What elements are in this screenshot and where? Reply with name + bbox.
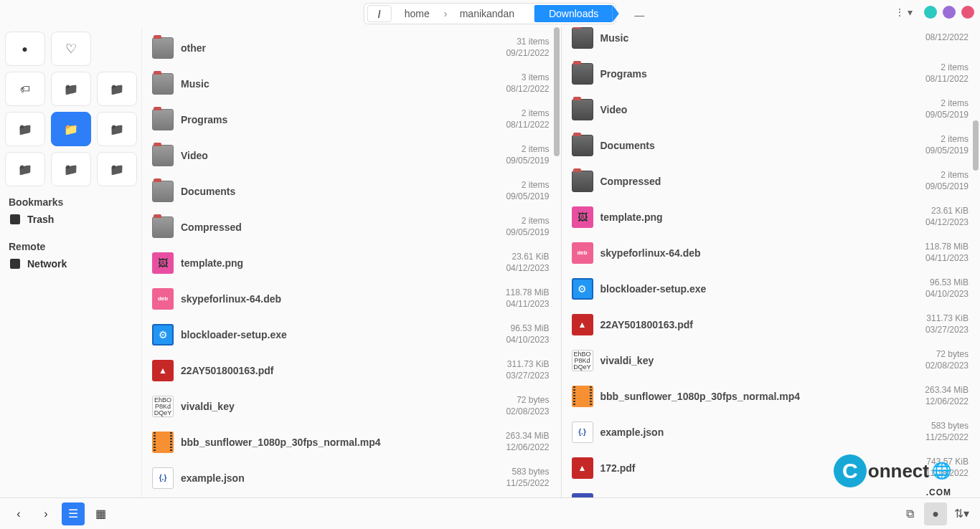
file-row[interactable]: 743.57 KiB: [142, 496, 561, 497]
file-row[interactable]: Video2 items09/05/2019: [562, 92, 981, 128]
place-desktop[interactable]: [97, 72, 137, 106]
place-favorite[interactable]: [51, 32, 91, 66]
file-row[interactable]: example.json583 bytes11/25/2022: [142, 460, 561, 496]
bookmarks-heading: Bookmarks: [6, 196, 136, 208]
sidebar-item-network[interactable]: Network: [6, 252, 136, 275]
terminal-button[interactable]: ●: [924, 502, 947, 525]
place-home[interactable]: [51, 72, 91, 106]
scrollbar-left[interactable]: [552, 27, 561, 497]
place-other[interactable]: [97, 152, 137, 186]
hamburger-menu[interactable]: ⋮ ▾: [895, 6, 913, 18]
file-name: bbb_sunflower_1080p_30fps_normal.mp4: [181, 437, 506, 448]
file-row[interactable]: Video2 items09/05/2019: [142, 138, 561, 173]
sort-button[interactable]: ⇅▾: [950, 502, 973, 525]
file-row[interactable]: template.png23.61 KiB04/12/2023: [562, 199, 981, 235]
json-icon: [572, 421, 593, 443]
file-name: template.png: [600, 211, 925, 223]
file-meta: 72 bytes02/08/2023: [925, 349, 969, 371]
breadcrumb: / home › manikandan › Downloads —: [364, 3, 616, 24]
file-meta: 3 items08/12/2022: [506, 72, 549, 95]
file-row[interactable]: Music08/12/2022: [562, 27, 981, 56]
file-meta: 118.78 MiB04/11/2023: [506, 287, 550, 310]
file-row[interactable]: 22AY501800163.pdf311.73 KiB03/27/2023: [142, 353, 561, 389]
place-downloads[interactable]: [51, 112, 91, 146]
view-grid-button[interactable]: ▦: [89, 502, 112, 525]
file-name: skypeforlinux-64.deb: [181, 293, 506, 305]
video-icon: [152, 432, 174, 453]
video-icon: [572, 386, 593, 407]
scrollbar-right[interactable]: [971, 27, 980, 497]
window-minimize-button[interactable]: [924, 6, 937, 19]
place-pictures[interactable]: [5, 152, 45, 186]
tab-minimize-icon[interactable]: —: [634, 9, 644, 21]
remote-heading: Remote: [6, 241, 136, 252]
file-row[interactable]: blockloader-setup.exe96.53 MiB04/10/2023: [142, 317, 561, 353]
window-controls: ⋮ ▾: [895, 6, 974, 19]
place-music[interactable]: [97, 112, 137, 146]
file-row[interactable]: bbb_sunflower_1080p_30fps_normal.mp4263.…: [562, 378, 981, 414]
nav-forward-button[interactable]: ›: [34, 502, 57, 525]
sidebar-item-trash[interactable]: Trash: [6, 208, 136, 231]
file-row[interactable]: Documents2 items09/05/2019: [142, 173, 561, 209]
place-tags[interactable]: [5, 72, 45, 106]
file-row[interactable]: blockloader-setup.exe96.53 MiB04/10/2023: [562, 271, 981, 307]
file-row[interactable]: bbb_sunflower_1080p_30fps_normal.mp4263.…: [142, 424, 561, 460]
file-meta: 23.61 KiB04/12/2023: [506, 252, 549, 274]
file-name: bbb_sunflower_1080p_30fps_normal.mp4: [600, 391, 925, 402]
main-layout: Bookmarks Trash Remote Network other31 i…: [0, 27, 980, 497]
file-row[interactable]: other31 items09/21/2022: [142, 30, 561, 66]
folderd-icon: [572, 135, 593, 156]
file-row[interactable]: Programs2 items08/11/2022: [562, 56, 981, 92]
file-meta: 263.34 MiB12/06/2022: [506, 431, 550, 453]
view-list-button[interactable]: ☰: [62, 502, 85, 525]
file-meta: 31 items09/21/2022: [506, 37, 549, 59]
file-row[interactable]: EhBO P8Kd DQeYvivaldi_key72 bytes02/08/2…: [142, 389, 561, 424]
file-row[interactable]: EhBO P8Kd DQeYvivaldi_key72 bytes02/08/2…: [562, 343, 981, 378]
file-name: Programs: [181, 114, 506, 125]
folder-icon: [152, 216, 174, 238]
file-row[interactable]: template.png23.61 KiB04/12/2023: [142, 245, 561, 281]
file-meta: 72 bytes02/08/2023: [506, 395, 549, 417]
file-row[interactable]: Programs2 items08/11/2022: [142, 102, 561, 138]
window-close-button[interactable]: [961, 6, 974, 19]
file-name: skypeforlinux-64.deb: [600, 247, 925, 259]
file-name: Programs: [600, 68, 925, 80]
nav-back-button[interactable]: ‹: [7, 502, 30, 525]
places-grid: [6, 32, 136, 186]
crumb-home[interactable]: home: [395, 5, 440, 22]
file-row[interactable]: Compressed2 items09/05/2019: [562, 163, 981, 199]
place-recent[interactable]: [5, 32, 45, 66]
file-row[interactable]: 22AY501800163.pdf311.73 KiB03/27/2023: [562, 307, 981, 343]
place-videos[interactable]: [51, 152, 91, 186]
file-meta: 2 items09/05/2019: [925, 98, 969, 120]
file-name: example.json: [181, 472, 506, 484]
crumb-user[interactable]: manikandan: [450, 5, 524, 22]
folder-icon: [152, 37, 174, 59]
file-row[interactable]: skypeforlinux-64.deb118.78 MiB04/11/2023: [562, 235, 981, 271]
file-row[interactable]: 172.pdf743.57 KiB11/18/2022: [562, 450, 981, 486]
folderd-icon: [572, 27, 593, 49]
toggle-pane-button[interactable]: ⧉: [898, 502, 921, 525]
pane-left: other31 items09/21/2022Music3 items08/12…: [142, 27, 561, 497]
trash-icon: [10, 214, 20, 224]
crumb-current[interactable]: Downloads: [534, 5, 613, 22]
txt-icon: EhBO P8Kd DQeY: [572, 350, 593, 371]
file-row[interactable]: Documents2 items09/05/2019: [562, 128, 981, 163]
file-meta: 263.34 MiB12/06/2022: [925, 385, 969, 407]
file-row[interactable]: example.json583 bytes11/25/2022: [562, 414, 981, 450]
window-maximize-button[interactable]: [943, 6, 956, 19]
file-name: vivaldi_key: [600, 355, 925, 366]
file-row[interactable]: Compressed2 items09/05/2019: [142, 209, 561, 245]
file-row[interactable]: meshachd_meshach.sql.gz2.72 MiB: [562, 486, 981, 497]
file-row[interactable]: skypeforlinux-64.deb118.78 MiB04/11/2023: [142, 281, 561, 317]
crumb-root[interactable]: /: [367, 5, 392, 22]
file-name: Compressed: [181, 221, 506, 233]
trash-label: Trash: [27, 214, 54, 225]
file-list-left[interactable]: other31 items09/21/2022Music3 items08/12…: [142, 27, 561, 497]
file-meta: 2 items09/05/2019: [925, 134, 969, 156]
img-icon: [572, 206, 593, 228]
sidebar: Bookmarks Trash Remote Network: [0, 27, 142, 497]
file-list-right[interactable]: Music08/12/2022Programs2 items08/11/2022…: [562, 27, 981, 497]
place-documents[interactable]: [5, 112, 45, 146]
file-row[interactable]: Music3 items08/12/2022: [142, 66, 561, 102]
